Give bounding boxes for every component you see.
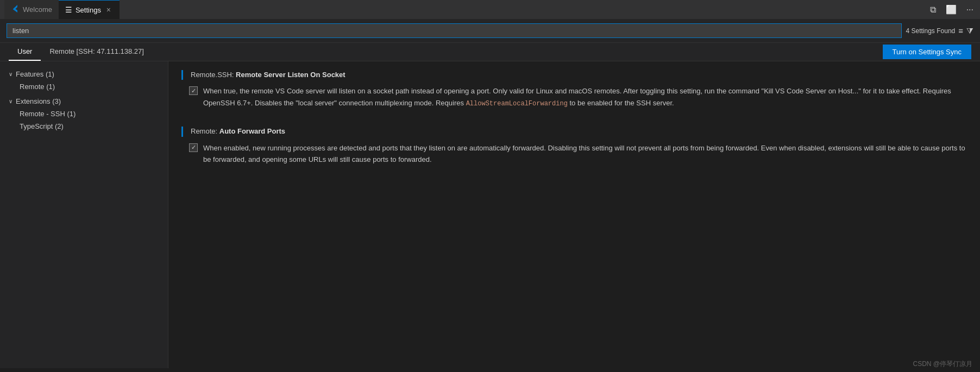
setting-entry-listen-on-socket: Remote.SSH: Remote Server Listen On Sock… — [181, 70, 967, 109]
watermark: CSDN @停琴仃凉月 — [913, 360, 972, 369]
sidebar-section-features: ∨ Features (1) Remote (1) — [0, 68, 168, 93]
sidebar-features-label: Features (1) — [16, 70, 54, 78]
search-input[interactable] — [7, 23, 902, 38]
sidebar-group-features[interactable]: ∨ Features (1) — [0, 68, 168, 80]
sidebar-item-remote-ssh[interactable]: Remote - SSH (1) — [0, 108, 168, 120]
results-count-text: 4 Settings Found — [906, 27, 956, 35]
sync-button[interactable]: Turn on Settings Sync — [883, 45, 971, 59]
tab-settings[interactable]: ☰ Settings × — [59, 0, 120, 19]
sidebar-item-typescript[interactable]: TypeScript (2) — [0, 120, 168, 133]
settings-icon: ☰ — [65, 5, 72, 14]
setting-title-bold-2: Auto Forward Ports — [219, 127, 285, 135]
checkbox-auto-forward-ports[interactable]: ✓ — [189, 143, 198, 152]
funnel-icon[interactable]: ⧩ — [966, 26, 973, 36]
setting-body-2: ✓ When enabled, new running processes ar… — [181, 142, 967, 166]
filter-list-icon[interactable]: ≡ — [958, 26, 963, 35]
tab-welcome-label: Welcome — [23, 5, 52, 14]
content-area: Remote.SSH: Remote Server Listen On Sock… — [168, 61, 980, 368]
checkbox-listen-on-socket[interactable]: ✓ — [189, 86, 198, 95]
search-bar: 4 Settings Found ≡ ⧩ — [0, 19, 980, 43]
setting-body-1: ✓ When true, the remote VS Code server w… — [181, 85, 967, 109]
watermark-text: CSDN @停琴仃凉月 — [913, 360, 972, 368]
setting-title-prefix-1: Remote.SSH: — [191, 71, 236, 79]
tab-welcome[interactable]: Welcome — [4, 0, 59, 19]
settings-tab-group: User Remote [SSH: 47.111.138.27] — [9, 43, 153, 61]
chevron-down-icon-ext: ∨ — [9, 98, 12, 104]
setting-title-prefix-2: Remote: — [191, 127, 219, 135]
tab-remote-label: Remote [SSH: 47.111.138.27] — [49, 47, 143, 55]
check-mark-1: ✓ — [191, 87, 196, 94]
desc-text-suffix1: to be enabled for the SSH server. — [568, 99, 674, 107]
setting-entry-auto-forward-ports: Remote: Auto Forward Ports ✓ When enable… — [181, 127, 967, 165]
setting-description-1: When true, the remote VS Code server wil… — [203, 85, 967, 109]
tab-user-label: User — [17, 47, 32, 55]
split-editor-icon[interactable]: ⧉ — [928, 3, 938, 17]
inline-code-1: AllowStreamLocalForwarding — [466, 100, 568, 108]
sidebar: ∨ Features (1) Remote (1) ∨ Extensions (… — [0, 61, 168, 368]
sidebar-typescript-label: TypeScript (2) — [20, 122, 64, 130]
sidebar-item-remote[interactable]: Remote (1) — [0, 80, 168, 93]
more-actions-icon[interactable]: ··· — [964, 3, 976, 17]
main-layout: ∨ Features (1) Remote (1) ∨ Extensions (… — [0, 61, 980, 368]
sidebar-section-extensions: ∨ Extensions (3) Remote - SSH (1) TypeSc… — [0, 95, 168, 133]
setting-title-bold-1: Remote Server Listen On Socket — [236, 71, 345, 79]
content-inner: Remote.SSH: Remote Server Listen On Sock… — [168, 61, 980, 196]
chevron-down-icon: ∨ — [9, 71, 12, 77]
vscode-logo-icon — [11, 4, 20, 15]
title-bar-actions: ⧉ ⬜ ··· — [928, 2, 976, 17]
close-icon[interactable]: × — [104, 5, 113, 14]
setting-header-auto-forward-ports: Remote: Auto Forward Ports — [181, 127, 967, 136]
tab-user[interactable]: User — [9, 43, 41, 61]
settings-tabs-row: User Remote [SSH: 47.111.138.27] Turn on… — [0, 43, 980, 61]
tab-remote[interactable]: Remote [SSH: 47.111.138.27] — [41, 43, 152, 61]
check-mark-2: ✓ — [191, 144, 196, 151]
setting-header-listen-on-socket: Remote.SSH: Remote Server Listen On Sock… — [181, 70, 967, 80]
tab-settings-label: Settings — [76, 6, 101, 14]
title-bar: Welcome ☰ Settings × ⧉ ⬜ ··· — [0, 0, 980, 19]
sidebar-remote-ssh-label: Remote - SSH (1) — [20, 110, 76, 118]
sidebar-extensions-label: Extensions (3) — [16, 97, 61, 105]
tab-group: Welcome ☰ Settings × — [4, 0, 120, 19]
sidebar-group-extensions[interactable]: ∨ Extensions (3) — [0, 95, 168, 108]
sidebar-remote-label: Remote (1) — [20, 83, 55, 91]
setting-description-2: When enabled, new running processes are … — [203, 142, 967, 166]
search-input-wrapper — [7, 23, 902, 38]
layout-icon[interactable]: ⬜ — [944, 2, 959, 17]
search-results-count: 4 Settings Found ≡ ⧩ — [906, 26, 974, 36]
